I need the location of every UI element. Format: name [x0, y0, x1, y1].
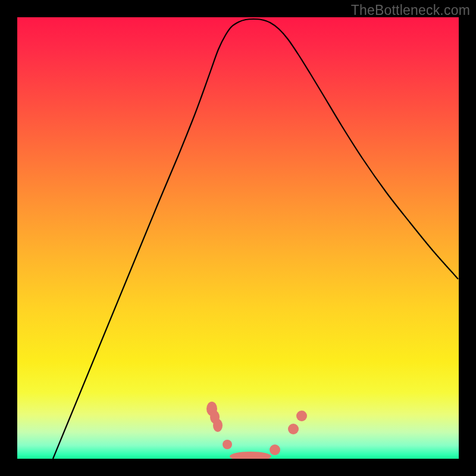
- watermark-text: TheBottleneck.com: [351, 2, 470, 18]
- curve-marker: [230, 452, 271, 459]
- curve-markers: [206, 402, 307, 459]
- chart-frame: TheBottleneck.com: [0, 0, 476, 476]
- curve-marker: [288, 424, 299, 434]
- curve-marker: [213, 419, 223, 432]
- curve-marker: [223, 440, 232, 449]
- bottleneck-curve: [53, 19, 458, 459]
- curve-marker: [296, 411, 307, 421]
- plot-area: [17, 17, 459, 459]
- curve-marker: [270, 444, 280, 455]
- curve-chart: [17, 17, 459, 459]
